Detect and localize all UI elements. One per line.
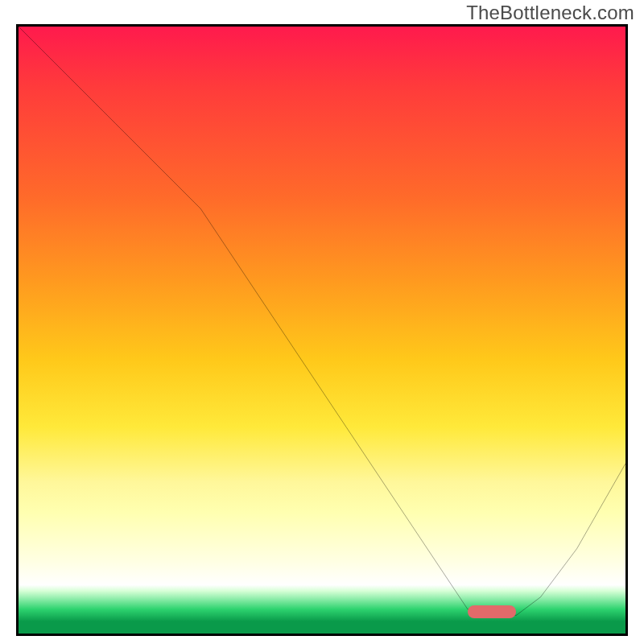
- optimal-marker: [468, 605, 516, 618]
- watermark-text: TheBottleneck.com: [466, 2, 634, 24]
- plot-area: [16, 24, 628, 636]
- chart-stage: TheBottleneck.com: [0, 0, 644, 644]
- bottleneck-curve: [19, 27, 625, 634]
